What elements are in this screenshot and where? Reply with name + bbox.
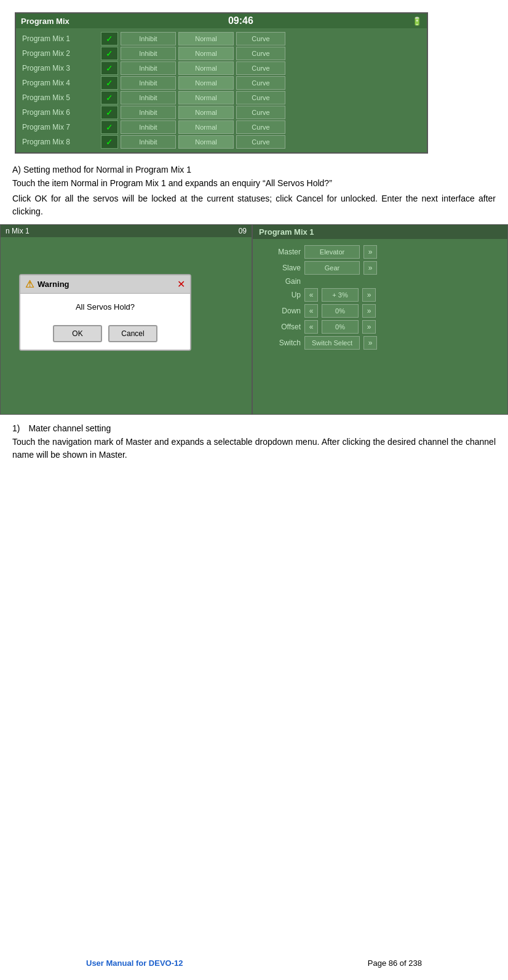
mix1-val-1[interactable]: Elevator (304, 245, 360, 259)
warning-message: All Servos Hold? (76, 302, 135, 312)
mix-inhibit-btn-7[interactable]: Inhibit (121, 120, 176, 134)
mix-row-2: Program Mix 2 ✓ Inhibit Normal Curve (18, 47, 424, 60)
mix1-left-arrow-5[interactable]: « (304, 304, 318, 318)
mix-row-3: Program Mix 3 ✓ Inhibit Normal Curve (18, 61, 424, 75)
mix-curve-btn-6[interactable]: Curve (236, 106, 285, 119)
mix-normal-btn-6[interactable]: Normal (178, 106, 234, 119)
mix1-val-arrow-1[interactable]: » (363, 245, 377, 259)
mix-normal-btn-2[interactable]: Normal (178, 47, 234, 60)
screenshot-1: Program Mix 09:46 🔋 Program Mix 1 ✓ Inhi… (15, 12, 428, 154)
mix-checkbox-7[interactable]: ✓ (101, 120, 118, 134)
mix-curve-btn-2[interactable]: Curve (236, 47, 285, 60)
mix1-val-arrow-7[interactable]: » (363, 336, 377, 350)
screen2-left-time: 09 (239, 227, 247, 235)
mix-normal-btn-8[interactable]: Normal (178, 135, 234, 149)
mix1-pct-6: 0% (322, 320, 359, 334)
mix-normal-btn-4[interactable]: Normal (178, 76, 234, 90)
screen2-right-header: Program Mix 1 (253, 225, 507, 239)
mix-normal-btn-5[interactable]: Normal (178, 91, 234, 104)
warning-dialog: ⚠ Warning ✕ All Servos Hold? OK Cancel (19, 274, 191, 351)
mix1-right-arrow-6[interactable]: » (362, 320, 376, 334)
screenshot-2-left: n Mix 1 09 ⚠ Warning ✕ All Servos Hold? (0, 224, 252, 415)
screen2-left-title: n Mix 1 (6, 227, 30, 235)
mix-inhibit-btn-5[interactable]: Inhibit (121, 91, 176, 104)
mix-label-1: Program Mix 1 (18, 34, 98, 43)
mix1-pct-4: + 3% (322, 288, 359, 302)
screen1-battery-icon: 🔋 (412, 17, 422, 26)
screenshot-2-right: Program Mix 1 Master Elevator » Slave Ge… (252, 224, 508, 415)
mix-checkbox-8[interactable]: ✓ (101, 135, 118, 149)
mix-curve-btn-5[interactable]: Curve (236, 91, 285, 104)
screen2-right-title: Program Mix 1 (259, 227, 314, 237)
warning-body: All Servos Hold? (20, 294, 190, 320)
mix-label-5: Program Mix 5 (18, 93, 98, 102)
mix-checkbox-6[interactable]: ✓ (101, 106, 118, 119)
page-content: Program Mix 09:46 🔋 Program Mix 1 ✓ Inhi… (0, 0, 508, 488)
mix-checkbox-1[interactable]: ✓ (101, 32, 118, 45)
mix-label-2: Program Mix 2 (18, 49, 98, 58)
mix1-right-arrow-5[interactable]: » (362, 304, 376, 318)
screen1-time: 09:46 (228, 15, 253, 26)
mix-label-7: Program Mix 7 (18, 123, 98, 131)
mix-label-4: Program Mix 4 (18, 79, 98, 87)
screenshot-2-container: n Mix 1 09 ⚠ Warning ✕ All Servos Hold? (0, 224, 508, 415)
warning-title-text: Warning (38, 280, 69, 289)
mix-curve-btn-8[interactable]: Curve (236, 135, 285, 149)
mix-label-3: Program Mix 3 (18, 64, 98, 73)
mix-curve-btn-4[interactable]: Curve (236, 76, 285, 90)
mix1-label-5: Down (258, 307, 301, 315)
mix-normal-btn-1[interactable]: Normal (178, 32, 234, 45)
footer-manual: User Manual for DEVO-12 (86, 958, 183, 968)
mix-row-4: Program Mix 4 ✓ Inhibit Normal Curve (18, 76, 424, 90)
mix-checkbox-2[interactable]: ✓ (101, 47, 118, 60)
mix-checkbox-5[interactable]: ✓ (101, 91, 118, 104)
mix1-table: Master Elevator » Slave Gear » GainUp « … (253, 239, 507, 356)
mix-inhibit-btn-1[interactable]: Inhibit (121, 32, 176, 45)
mix-checkbox-3[interactable]: ✓ (101, 61, 118, 75)
mix-inhibit-btn-4[interactable]: Inhibit (121, 76, 176, 90)
mix1-left-arrow-4[interactable]: « (304, 288, 318, 302)
mix1-row-7: Switch Switch Select » (258, 336, 502, 350)
mix-curve-btn-1[interactable]: Curve (236, 32, 285, 45)
mix1-label-1: Master (258, 248, 301, 256)
section-a-para1: Touch the item Normal in Program Mix 1 a… (12, 177, 496, 190)
mix-normal-btn-7[interactable]: Normal (178, 120, 234, 134)
mix-inhibit-btn-6[interactable]: Inhibit (121, 106, 176, 119)
mix1-left-arrow-6[interactable]: « (304, 320, 318, 334)
mix1-row-2: Slave Gear » (258, 261, 502, 275)
mix1-right-arrow-4[interactable]: » (362, 288, 376, 302)
warning-ok-button[interactable]: OK (53, 325, 102, 342)
mix1-val-7[interactable]: Switch Select (304, 336, 360, 350)
warning-cancel-button[interactable]: Cancel (108, 325, 157, 342)
mix-normal-btn-3[interactable]: Normal (178, 61, 234, 75)
section-1-para: Touch the navigation mark of Master and … (12, 436, 496, 461)
screen1-body: Program Mix 1 ✓ Inhibit Normal Curve Pro… (16, 28, 427, 152)
mix-row-1: Program Mix 1 ✓ Inhibit Normal Curve (18, 32, 424, 45)
mix-label-6: Program Mix 6 (18, 108, 98, 117)
mix-row-6: Program Mix 6 ✓ Inhibit Normal Curve (18, 106, 424, 119)
mix1-pct-5: 0% (322, 304, 359, 318)
mix1-val-2[interactable]: Gear (304, 261, 360, 275)
mix1-row-6: Offset « 0% » (258, 320, 502, 334)
section-a-para2: Click OK for all the servos will be lock… (12, 192, 496, 218)
mix-inhibit-btn-2[interactable]: Inhibit (121, 47, 176, 60)
section-a-title: A) Setting method for Normal in Program … (12, 165, 496, 174)
warning-close-icon[interactable]: ✕ (177, 278, 185, 290)
mix1-val-arrow-2[interactable]: » (363, 261, 377, 275)
mix-inhibit-btn-8[interactable]: Inhibit (121, 135, 176, 149)
mix-checkbox-4[interactable]: ✓ (101, 76, 118, 90)
footer-page: Page 86 of 238 (368, 958, 422, 968)
mix-row-8: Program Mix 8 ✓ Inhibit Normal Curve (18, 135, 424, 149)
screen2-left-header: n Mix 1 09 (1, 225, 252, 237)
mix-row-5: Program Mix 5 ✓ Inhibit Normal Curve (18, 91, 424, 104)
mix-label-8: Program Mix 8 (18, 138, 98, 146)
mix-curve-btn-3[interactable]: Curve (236, 61, 285, 75)
mix-inhibit-btn-3[interactable]: Inhibit (121, 61, 176, 75)
mix1-row-3: Gain (258, 277, 502, 286)
mix-curve-btn-7[interactable]: Curve (236, 120, 285, 134)
mix1-row-1: Master Elevator » (258, 245, 502, 259)
screen1-title: Program Mix (21, 17, 69, 26)
mix1-row-5: Down « 0% » (258, 304, 502, 318)
warning-buttons: OK Cancel (20, 320, 190, 350)
warning-title-row: ⚠ Warning (25, 278, 69, 290)
